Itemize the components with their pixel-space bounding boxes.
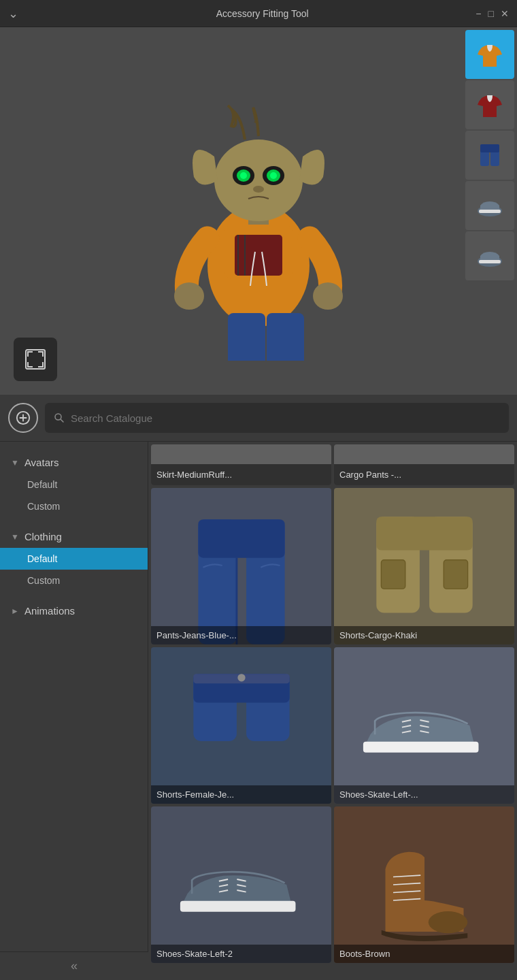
svg-rect-26	[479, 260, 501, 263]
svg-point-29	[55, 414, 61, 420]
svg-point-19	[253, 186, 264, 193]
svg-rect-24	[479, 210, 501, 213]
sidebar-item-avatars-custom[interactable]: Custom	[0, 495, 148, 517]
svg-rect-32	[198, 519, 284, 558]
sidebar-group-avatars-label: Avatars	[24, 457, 59, 468]
maximize-icon[interactable]: □	[488, 8, 494, 19]
svg-point-9	[174, 282, 204, 310]
grid-item-label-boots-brown: Boots-Brown	[334, 945, 514, 963]
sidebar-group-animations-label: Animations	[24, 605, 75, 617]
thumbnail-strip	[463, 27, 517, 283]
window-controls: − □ ✕	[476, 8, 509, 19]
thumbnail-shoe-left[interactable]	[465, 181, 514, 230]
grid-item-label-shoes-skate: Shoes-Skate-Left-...	[334, 785, 514, 804]
svg-point-18	[270, 172, 277, 179]
grid-item-skirt-medium[interactable]: Skirt-MediumRuff...	[151, 444, 331, 485]
grid-item-shoes-skate-left[interactable]: Shoes-Skate-Left-...	[334, 647, 514, 804]
sidebar-group-clothing-label: Clothing	[24, 531, 62, 542]
thumbnail-hoodie-orange[interactable]	[465, 30, 514, 79]
chevron-down-icon[interactable]: ⌄	[8, 6, 18, 21]
app-title: Accessory Fitting Tool	[49, 8, 476, 19]
svg-rect-45	[180, 901, 295, 912]
grid-item-label-shorts-khaki: Shorts-Cargo-Khaki	[334, 626, 514, 644]
thumbnail-hoodie-red[interactable]	[465, 80, 514, 129]
main-content: ▼ Avatars Default Custom ▼ Clothing Defa…	[0, 442, 517, 980]
sidebar-collapse-button[interactable]: «	[71, 959, 78, 973]
svg-point-10	[313, 282, 343, 310]
svg-point-12	[214, 140, 303, 221]
sidebar-section-clothing: ▼ Clothing Default Custom	[0, 521, 148, 595]
search-input-wrap[interactable]	[45, 403, 509, 433]
grid-item-shoes-skate-2[interactable]: Shoes-Skate-Left-2	[151, 806, 331, 963]
svg-rect-44	[363, 742, 478, 753]
thumbnail-jeans-blue[interactable]	[465, 131, 514, 180]
close-icon[interactable]: ✕	[501, 8, 509, 19]
grid-row-1: Pants-Jeans-Blue-... Shorts-Cargo-Khaki	[151, 488, 514, 644]
svg-rect-36	[376, 517, 472, 550]
svg-rect-6	[267, 313, 304, 361]
sidebar-item-avatars-default[interactable]: Default	[0, 474, 148, 495]
sidebar-group-clothing[interactable]: ▼ Clothing	[0, 525, 148, 548]
svg-rect-37	[381, 560, 405, 589]
svg-rect-2	[235, 235, 282, 276]
grid-item-label-skirt: Skirt-MediumRuff...	[151, 464, 331, 485]
grid-panel: Skirt-MediumRuff... Cargo Pants -...	[148, 442, 517, 980]
grid-item-cargo-pants-top[interactable]: Cargo Pants -...	[334, 444, 514, 485]
search-input[interactable]	[71, 412, 501, 424]
search-icon	[53, 412, 65, 424]
svg-rect-38	[444, 560, 467, 589]
svg-rect-27	[26, 350, 45, 369]
sidebar-item-clothing-default[interactable]: Default	[0, 548, 148, 570]
grid-item-shorts-female[interactable]: Shorts-Female-Je...	[151, 647, 331, 804]
svg-point-46	[428, 911, 467, 933]
sidebar-item-clothing-custom[interactable]: Custom	[0, 570, 148, 591]
grid-item-label-shorts-female: Shorts-Female-Je...	[151, 785, 331, 804]
add-button[interactable]	[8, 403, 38, 433]
character-display	[156, 75, 361, 361]
sidebar-section-animations: ► Animations	[0, 595, 148, 626]
grid-row-3: Shoes-Skate-Left-2	[151, 806, 514, 963]
animations-chevron-icon: ►	[11, 606, 19, 616]
preview-area	[0, 27, 517, 395]
minimize-icon[interactable]: −	[476, 8, 481, 19]
character-container	[0, 27, 517, 395]
grid-item-boots-brown[interactable]: Boots-Brown	[334, 806, 514, 963]
thumbnail-shoe-right[interactable]	[465, 231, 514, 280]
grid-item-label-shoes-skate-2: Shoes-Skate-Left-2	[151, 945, 331, 963]
clothing-chevron-icon: ▼	[11, 532, 19, 542]
sidebar-group-avatars[interactable]: ▼ Avatars	[0, 451, 148, 474]
avatars-chevron-icon: ▼	[11, 458, 19, 468]
grid-item-label-cargo: Cargo Pants -...	[334, 464, 514, 485]
expand-button[interactable]	[14, 338, 57, 381]
svg-point-43	[237, 674, 245, 681]
grid-row-2: Shorts-Female-Je... Shoes-Skate-Left-...	[151, 647, 514, 804]
grid-item-shorts-cargo-khaki[interactable]: Shorts-Cargo-Khaki	[334, 488, 514, 644]
grid-item-label-pants-jeans: Pants-Jeans-Blue-...	[151, 626, 331, 644]
sidebar-section-avatars: ▼ Avatars Default Custom	[0, 447, 148, 521]
svg-rect-5	[228, 313, 265, 361]
grid-row-partial: Skirt-MediumRuff... Cargo Pants -...	[151, 444, 514, 485]
title-bar: ⌄ Accessory Fitting Tool − □ ✕	[0, 0, 517, 27]
sidebar-group-animations[interactable]: ► Animations	[0, 600, 148, 622]
svg-rect-22	[480, 144, 499, 152]
grid-item-pants-jeans[interactable]: Pants-Jeans-Blue-...	[151, 488, 331, 644]
svg-point-17	[240, 172, 247, 179]
search-area	[0, 395, 517, 442]
sidebar: ▼ Avatars Default Custom ▼ Clothing Defa…	[0, 442, 148, 980]
